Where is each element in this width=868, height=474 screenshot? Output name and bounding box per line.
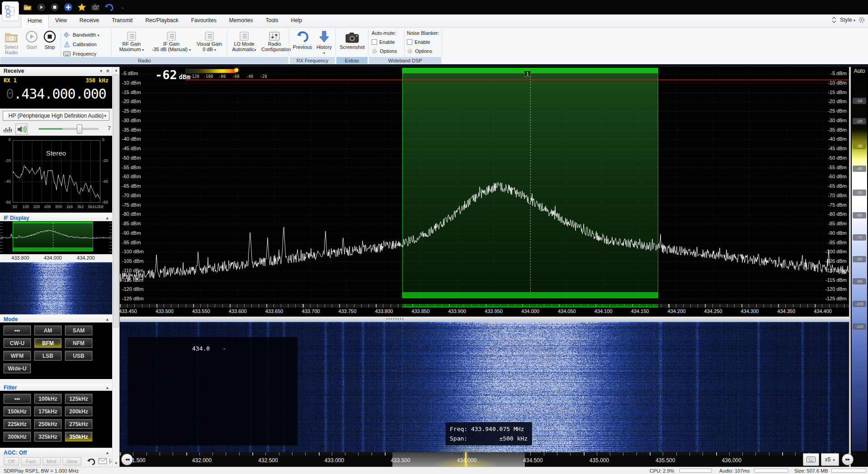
mode-button-CWU[interactable]: CW-U (4, 338, 31, 348)
mode-button-[interactable]: ••• (4, 326, 31, 335)
tab-transmit[interactable]: Transmit (105, 14, 139, 28)
band-navigation-bar[interactable]: 431.500432.000432.500433.000433.500434.0… (120, 452, 868, 467)
mode-button-WFM[interactable]: WFM (4, 351, 31, 360)
favourite-star-icon[interactable] (77, 2, 87, 12)
calibration-button[interactable]: Calibration (63, 40, 97, 48)
auto-mute-options[interactable]: Options (372, 47, 403, 56)
if-waterfall[interactable] (0, 262, 112, 314)
mode-button-BFM[interactable]: BFM (34, 338, 61, 348)
visual-gain-button[interactable]: Visual Gain 0 dB ▾ (193, 28, 226, 52)
nav-scroll-left-button[interactable]: ◀◀ (121, 454, 133, 465)
panel-collapse-icon[interactable]: ▾ (100, 69, 102, 73)
rx-marker-badge[interactable]: 1 (524, 71, 531, 77)
spectrum-canvas[interactable] (120, 67, 849, 304)
frequency-display[interactable]: RX 1 350 kHz 0.434.000.000 (0, 76, 112, 109)
collapse-expand-icon[interactable] (831, 16, 837, 24)
start-button[interactable]: Start (24, 28, 40, 50)
if-waterfall-canvas[interactable] (0, 262, 112, 314)
stop-button[interactable]: Stop (42, 28, 58, 50)
mode-button-SAM[interactable]: SAM (65, 326, 92, 335)
volume-slider[interactable] (38, 128, 99, 130)
scrollbar-thumb[interactable] (113, 74, 119, 327)
filter-button-200kHz[interactable]: 200kHz (65, 407, 92, 416)
undo-arrow-icon[interactable] (87, 458, 96, 465)
colorbar-auto-label[interactable]: Auto (851, 68, 868, 74)
noise-blanker-enable[interactable]: Enable (407, 38, 441, 47)
auto-mute-enable[interactable]: Enable (372, 38, 403, 47)
nav-keyboard-button[interactable] (803, 453, 819, 466)
tab-memories[interactable]: Memories (223, 14, 259, 28)
filter-button-300kHz[interactable]: 300kHz (4, 432, 31, 441)
spectrum-frequency-scale[interactable]: 433.450433.500433.550433.600433.650433.7… (120, 304, 849, 317)
add-icon[interactable] (63, 2, 73, 12)
mode-button-LSB[interactable]: LSB (34, 351, 61, 360)
if-display-panel[interactable] (0, 221, 112, 254)
section-collapse-icon[interactable]: ▲ (105, 317, 109, 322)
qat-customize-icon[interactable]: ⌄ (118, 2, 127, 12)
mode-button-AM[interactable]: AM (34, 326, 61, 335)
play-icon[interactable] (36, 2, 46, 12)
filter-button-250kHz[interactable]: 250kHz (34, 419, 61, 429)
agc-button-med[interactable]: Med (42, 457, 61, 465)
splitter-grip-icon[interactable] (387, 318, 404, 320)
stop-icon[interactable] (50, 2, 60, 12)
section-collapse-icon[interactable]: ▲ (105, 450, 109, 455)
filter-button-125kHz[interactable]: 125kHz (65, 394, 92, 403)
radio-configuration-button[interactable]: Radio Configuration (261, 28, 288, 52)
envelope-icon[interactable] (99, 458, 107, 464)
if-gain-button[interactable]: IF Gain -35 dB (Manual) ▾ (151, 28, 192, 52)
screenshot-button[interactable]: Screenshot (338, 28, 366, 50)
volume-slider-handle[interactable] (77, 124, 82, 134)
filter-button-275kHz[interactable]: 275kHz (65, 419, 92, 429)
mode-button-NFM[interactable]: NFM (65, 338, 92, 348)
spectrum-waterfall-splitter[interactable] (120, 317, 868, 321)
lo-mode-button[interactable]: LO Mode Automatic▾ (229, 28, 259, 52)
frequency-history-button[interactable]: History▾ (315, 28, 334, 56)
style-menu[interactable]: Style ▾ (840, 17, 855, 23)
mode-button-USB[interactable]: USB (65, 351, 92, 360)
tab-tools[interactable]: Tools (259, 14, 285, 28)
settings-gear-icon[interactable] (858, 16, 865, 24)
nav-zoom-button[interactable]: x5▸ (821, 453, 839, 466)
noise-blanker-options[interactable]: Options (407, 47, 441, 56)
agc-button-fast[interactable]: Fast (21, 457, 41, 465)
section-collapse-icon[interactable]: ▲ (105, 385, 109, 390)
app-menu-button[interactable] (2, 1, 19, 21)
tab-rec-playback[interactable]: Rec/Playback (139, 14, 184, 28)
auto-mute-checkbox[interactable] (372, 39, 377, 45)
spectrum-display[interactable]: -62dBm -120-100-80-60-40-20 1 -5 dBm-10 … (120, 67, 849, 304)
tab-view[interactable]: View (49, 14, 73, 28)
rf-gain-button[interactable]: RF Gain Maximum ▾ (113, 28, 150, 52)
filter-button-325kHz[interactable]: 325kHz (34, 432, 61, 441)
tab-help[interactable]: Help (285, 14, 309, 28)
camera-icon[interactable] (90, 2, 100, 12)
filter-button-150kHz[interactable]: 150kHz (4, 407, 31, 416)
scroll-down-icon[interactable]: ▼ (113, 460, 120, 467)
tab-favourites[interactable]: Favourites (185, 14, 223, 28)
waterfall-display[interactable]: 434.0- Freq: 433.940.075 MHz Span:±500 k… (120, 321, 849, 452)
mode-button-WideU[interactable]: Wide-U (4, 364, 31, 373)
undo-icon[interactable] (104, 2, 114, 12)
filter-button-100kHz[interactable]: 100kHz (34, 394, 61, 403)
waterfall-colorbar[interactable]: Auto -10-20-30-40-50-60-70-80-90-100-110 (851, 67, 868, 452)
audio-device-select[interactable]: HP (Périphérique High Definition Audio) … (3, 111, 109, 121)
scroll-up-icon[interactable]: ▲ (113, 67, 120, 74)
tab-receive[interactable]: Receive (73, 14, 105, 28)
bandwidth-button[interactable]: Bandwidth ▾ (63, 30, 99, 39)
filter-button-175kHz[interactable]: 175kHz (34, 407, 61, 416)
agc-button-slow[interactable]: Slow (62, 457, 81, 465)
if-display-canvas[interactable] (0, 221, 112, 254)
noise-blanker-checkbox[interactable] (407, 39, 412, 45)
filter-button-350kHz[interactable]: 350kHz (65, 432, 92, 441)
colorbar-gradient[interactable] (852, 77, 867, 451)
previous-frequency-button[interactable]: Previous (292, 28, 313, 50)
select-radio-button[interactable]: SelectRadio (1, 28, 22, 55)
agc-button-off[interactable]: Off (4, 457, 19, 465)
tab-home[interactable]: Home (21, 14, 49, 28)
filter-button-225kHz[interactable]: 225kHz (4, 419, 31, 429)
sidebar-scrollbar[interactable]: ▲ ▼ (112, 67, 119, 467)
section-collapse-icon[interactable]: ▲ (105, 216, 109, 220)
equalizer-icon[interactable] (3, 125, 12, 133)
frequency-digits[interactable]: 0.434.000.000 (1, 86, 111, 102)
nav-scroll-right-button[interactable]: ▶▶ (842, 454, 854, 465)
